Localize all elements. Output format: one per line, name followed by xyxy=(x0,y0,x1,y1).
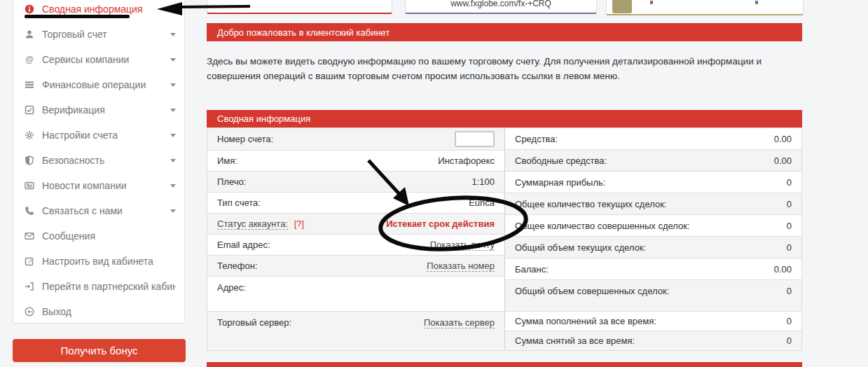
row-label: Средства: xyxy=(515,134,558,144)
table-row-equity: Средства: 0.00 xyxy=(505,128,801,150)
sidebar-item-company-news[interactable]: Новости компании xyxy=(13,173,184,198)
chevron-down-icon xyxy=(170,209,176,213)
row-value: 0.00 xyxy=(774,155,792,166)
sidebar-menu: Сводная информация Торговый счет @ Серви… xyxy=(13,0,185,324)
chevron-down-icon xyxy=(170,109,176,112)
sidebar-item-label: Новости компании xyxy=(42,180,166,191)
row-label: Тип счета: xyxy=(217,198,261,208)
banner-text-fragment xyxy=(755,1,758,4)
mail-icon xyxy=(24,230,35,242)
get-bonus-button[interactable]: Получить бонус xyxy=(13,339,186,362)
row-label: Общий объем совершенных сделок: xyxy=(515,286,669,296)
svg-text:@: @ xyxy=(25,55,34,64)
row-value: Eurica xyxy=(469,198,495,208)
row-label: Email адрес: xyxy=(217,240,270,250)
table-row-address: Адрес: xyxy=(207,277,504,312)
table-row-total-withdrawals: Сумма снятий за все время: 0 xyxy=(505,331,801,350)
welcome-description: Здесь вы можете видеть сводную информаци… xyxy=(207,54,808,83)
account-status-value: Истекает срок действия xyxy=(386,219,495,229)
table-row-closed-trades-count: Общее количество совершенных сделок: 0 xyxy=(505,215,801,237)
referral-url-text[interactable]: www.fxglobe.com/fx-+CRQ xyxy=(450,0,551,8)
sidebar-item-verification[interactable]: Верификация xyxy=(13,97,184,123)
chevron-down-icon xyxy=(170,184,176,188)
table-row-free-margin: Свободные средства: 0.00 xyxy=(505,150,801,172)
sidebar-item-security[interactable]: Безопасность xyxy=(13,148,184,173)
sidebar-item-account-settings[interactable]: Настройки счета xyxy=(13,123,184,148)
user-icon xyxy=(24,29,35,40)
row-value: 0 xyxy=(787,316,792,326)
row-value: 0 xyxy=(787,221,792,231)
row-label: Суммарная прибыль: xyxy=(515,177,605,188)
row-label: Сумма пополнений за все время: xyxy=(515,316,656,326)
help-icon[interactable]: [?] xyxy=(294,219,304,229)
at-icon: @ xyxy=(24,54,35,65)
sidebar-item-label: Финансовые операции xyxy=(42,79,166,90)
show-server-link[interactable]: Показать сервер xyxy=(424,317,495,328)
masked-account-number xyxy=(455,131,495,147)
table-row-account-number: Номер счета: xyxy=(207,128,504,151)
logout-icon xyxy=(24,306,35,317)
table-row-open-trades-volume: Общий объем текущих сделок: 0 xyxy=(505,237,801,258)
summary-table: Номер счета: Имя: Инстафорекс Плечо: 1:1… xyxy=(207,127,802,351)
news-icon xyxy=(24,180,35,191)
chevron-down-icon xyxy=(170,33,176,36)
sidebar-item-trading-account[interactable]: Торговый счет xyxy=(13,22,184,47)
account-status-link[interactable]: Статус аккаунта: xyxy=(217,219,288,230)
sidebar-item-customize-cabinet[interactable]: Настроить вид кабинета xyxy=(13,249,184,274)
summary-header-title: Сводная информация xyxy=(217,113,310,124)
summary-table-left-column: Номер счета: Имя: Инстафорекс Плечо: 1:1… xyxy=(207,128,504,350)
gear-icon xyxy=(24,130,35,141)
next-section-header-partial xyxy=(207,362,802,367)
welcome-header-bar: Добро пожаловать в клиентский кабинет xyxy=(207,23,802,41)
sidebar-item-label: Сообщения xyxy=(42,230,176,242)
table-row-open-trades-count: Общее количество текущих сделок: 0 xyxy=(505,193,801,215)
row-label: Торговый сервер: xyxy=(217,317,291,328)
sidebar-item-financial-operations[interactable]: Финансовые операции xyxy=(13,72,184,97)
chevron-down-icon xyxy=(170,134,176,137)
table-row-balance: Баланс: 0.00 xyxy=(505,258,801,280)
row-label: Общее количество текущих сделок: xyxy=(515,199,666,209)
row-value: 1:100 xyxy=(471,176,495,187)
row-value: 0 xyxy=(787,335,792,346)
edit-icon xyxy=(24,256,35,267)
info-icon xyxy=(24,4,35,15)
row-label: Баланс: xyxy=(515,264,549,275)
chevron-down-icon xyxy=(170,159,176,162)
top-card-banner xyxy=(606,0,804,15)
row-value: 0 xyxy=(787,177,792,188)
sidebar-item-partner-cabinet[interactable]: Перейти в партнерский кабинет xyxy=(13,274,184,299)
table-row-closed-trades-volume: Общий объем совершенных сделок: 0 xyxy=(505,280,801,312)
show-email-link[interactable]: Показать почту xyxy=(430,240,495,251)
row-label: Имя: xyxy=(217,155,237,166)
table-row-total-deposits: Сумма пополнений за все время: 0 xyxy=(505,312,801,331)
phone-icon xyxy=(24,205,35,216)
show-phone-link[interactable]: Показать номер xyxy=(427,261,495,272)
row-label: Номер счета: xyxy=(217,134,273,144)
sidebar-item-label: Сводная информация xyxy=(42,4,176,15)
check-square-icon xyxy=(24,104,35,116)
sidebar-item-label: Настроить вид кабинета xyxy=(42,256,176,267)
table-row-phone: Телефон: Показать номер xyxy=(207,256,504,277)
table-row-account-type: Тип счета: Eurica xyxy=(207,193,504,214)
summary-header-bar: Сводная информация xyxy=(207,110,802,127)
sidebar-item-label: Выход xyxy=(42,306,176,317)
top-card-cropped xyxy=(207,0,392,14)
row-value: 0.00 xyxy=(774,264,792,275)
sidebar-item-label: Верификация xyxy=(42,104,166,116)
row-value: 0 xyxy=(787,199,792,209)
table-row-account-status: Статус аккаунта: [?] Истекает срок дейст… xyxy=(207,214,504,235)
banner-text-fragment xyxy=(650,1,653,4)
sidebar-item-summary-info[interactable]: Сводная информация xyxy=(13,0,184,22)
sidebar-item-label: Торговый счет xyxy=(42,29,166,40)
row-label: Общий объем текущих сделок: xyxy=(515,242,646,253)
top-card-referral-url: www.fxglobe.com/fx-+CRQ xyxy=(405,0,597,14)
sidebar-item-messages[interactable]: Сообщения xyxy=(13,223,184,249)
sidebar-item-contact-us[interactable]: Связаться с нами xyxy=(13,198,184,223)
banner-thumbnail xyxy=(612,0,632,13)
sidebar-item-logout[interactable]: Выход xyxy=(13,299,184,324)
sidebar-item-company-services[interactable]: @ Сервисы компании xyxy=(13,47,184,72)
row-label: Адрес: xyxy=(217,282,246,293)
table-row-name: Имя: Инстафорекс xyxy=(207,151,504,172)
row-value: 0 xyxy=(787,242,792,253)
chevron-down-icon xyxy=(170,58,176,62)
